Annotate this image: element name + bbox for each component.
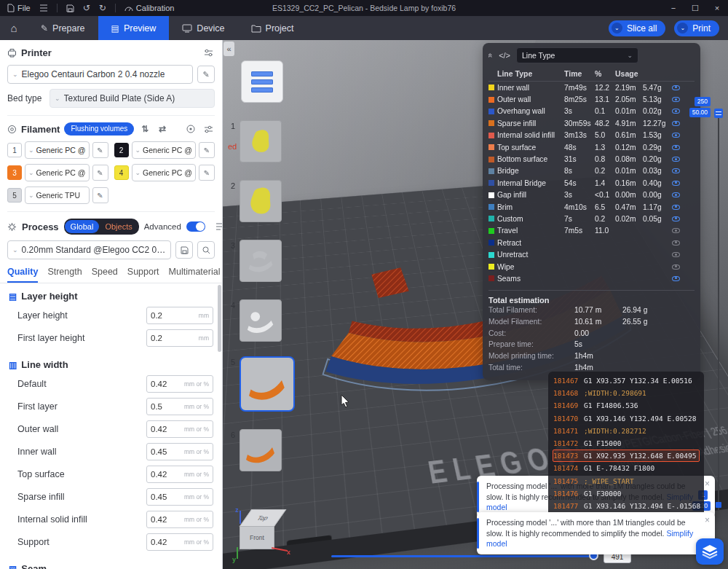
edit-filament-button[interactable]: ✎ [92,142,108,158]
edit-filament-button[interactable]: ✎ [199,142,215,158]
sync-filaments-icon[interactable]: ⇄ [156,122,169,136]
close-icon[interactable]: × [705,478,710,490]
layer-slider-handle[interactable] [714,109,723,118]
move-slider-track[interactable] [331,555,595,557]
visibility-eye-icon[interactable] [672,263,681,271]
visibility-eye-icon[interactable] [672,144,681,152]
file-menu[interactable]: File [7,4,31,12]
filament-preset-select[interactable]: ⌄Generic PC @El... [25,141,90,159]
plate-thumbnail[interactable] [240,240,282,282]
layers-fab-button[interactable] [696,538,724,565]
tab-speed[interactable]: Speed [92,267,118,283]
visibility-eye-icon[interactable] [672,119,681,127]
visibility-eye-icon[interactable] [672,179,681,187]
process-preset-select[interactable]: ⌄ 0.20mm Standard @Elegoo CC2 0.4 ... [7,240,171,259]
view-type-select[interactable]: Line Type ⌄ [516,47,638,63]
advanced-toggle[interactable] [186,221,205,232]
all-plates-button[interactable] [241,60,283,103]
minimize-button[interactable]: − [662,0,684,16]
visibility-eye-icon[interactable] [672,131,681,139]
add-filament-icon[interactable] [184,122,197,136]
plate-thumbnail[interactable] [240,120,282,162]
tab-project[interactable]: Project [238,16,307,40]
filament-preset-select[interactable]: ⌄Generic TPU [25,187,90,204]
visibility-eye-icon[interactable] [672,95,681,103]
support-width-input[interactable]: 0.42mm or % [146,533,213,551]
menu-list-icon[interactable] [39,4,48,12]
bed-type-select[interactable]: ⌄ Textured Build Plate (Side A) [50,89,215,108]
calibration-menu[interactable]: Calibration [124,4,175,12]
undo-icon[interactable]: ↺ [83,4,90,12]
tab-multimaterial[interactable]: Multimaterial [169,267,221,283]
filament-color-chip[interactable]: 5 [7,188,22,203]
filament-color-chip[interactable]: 2 [114,143,129,157]
tab-quality[interactable]: Quality [7,267,38,283]
layer-slider-lower-marker[interactable] [716,502,721,508]
redo-icon[interactable]: ↻ [99,4,106,12]
edit-printer-button[interactable]: ✎ [197,66,215,83]
edit-filament-button[interactable]: ✎ [92,187,108,203]
inner-wall-width-input[interactable]: 0.45mm or % [146,443,213,460]
internal-solid-width-input[interactable]: 0.42mm or % [146,511,213,528]
edit-filament-button[interactable]: ✎ [199,165,215,181]
collapse-panel-icon[interactable]: « [486,53,495,58]
tab-strength[interactable]: Strength [47,267,82,283]
plate-thumbnail[interactable] [240,356,295,412]
edit-filament-button[interactable]: ✎ [92,165,108,181]
first-layer-height-input[interactable]: 0.2mm [146,329,213,347]
scope-global-button[interactable]: Global [65,220,100,233]
default-width-input[interactable]: 0.42mm or % [146,375,213,393]
tab-preview[interactable]: ▤ Preview [98,16,170,40]
sidebar-scrollbar[interactable] [218,285,221,352]
visibility-eye-icon[interactable] [672,203,681,211]
search-settings-icon[interactable] [197,241,215,259]
filament-settings-icon[interactable] [202,122,215,136]
printer-settings-icon[interactable] [202,46,215,59]
visibility-eye-icon[interactable] [672,227,681,235]
plate-thumbnail[interactable] [240,180,282,222]
slice-all-button[interactable]: ⌄ Slice all [609,20,665,36]
slice-dropdown-icon[interactable]: ⌄ [612,23,622,34]
visibility-eye-icon[interactable] [672,84,681,92]
tab-support[interactable]: Support [127,267,159,283]
print-button[interactable]: ⌄ Print [674,20,719,36]
close-button[interactable]: × [706,0,728,16]
print-dropdown-icon[interactable]: ⌄ [677,23,688,34]
gizmo-front-face[interactable]: Front [240,526,274,549]
layer-height-input[interactable]: 0.2mm [146,307,213,324]
flushing-volumes-button[interactable]: Flushing volumes [64,122,134,136]
visibility-eye-icon[interactable] [672,191,681,199]
first-layer-width-input[interactable]: 0.5mm or % [146,398,213,415]
plate-thumbnail[interactable] [240,299,282,342]
top-surface-width-input[interactable]: 0.42mm or % [146,466,213,483]
filament-preset-select[interactable]: ⌄Generic PC @Ele... [132,164,197,181]
settings-list-icon[interactable] [215,220,223,233]
gcode-view-icon[interactable]: </> [499,51,510,60]
filament-color-chip[interactable]: 3 [7,165,22,180]
printer-preset-select[interactable]: ⌄ Elegoo Centauri Carbon 2 0.4 nozzle [7,65,193,84]
sort-filaments-icon[interactable]: ⇅ [138,122,151,136]
visibility-eye-icon[interactable] [672,167,681,175]
filament-preset-select[interactable]: ⌄Generic PC @El... [25,164,90,181]
visibility-eye-icon[interactable] [672,275,681,283]
save-preset-button[interactable] [175,241,193,259]
filament-color-chip[interactable]: 1 [7,143,22,157]
close-icon[interactable]: × [705,514,710,527]
tab-prepare[interactable]: ✎ Prepare [28,16,98,40]
plate-thumbnail[interactable] [240,429,282,471]
layer-slider-track[interactable] [718,113,719,510]
maximize-button[interactable]: ☐ [684,0,706,16]
visibility-eye-icon[interactable] [672,251,681,259]
sparse-infill-width-input[interactable]: 0.45mm or % [146,488,213,506]
3d-viewport[interactable]: ELEGOO PLA/TPU/ABS/PETG/Carbon-Fiber | 2… [222,40,728,569]
home-button[interactable]: ⌂ [0,16,28,40]
collapse-sidebar-icon[interactable]: « [223,42,234,56]
tab-device[interactable]: Device [169,16,237,40]
gizmo-top-face[interactable]: Top [240,509,287,527]
visibility-eye-icon[interactable] [672,155,681,163]
outer-wall-width-input[interactable]: 0.42mm or % [146,420,213,438]
visibility-eye-icon[interactable] [672,215,681,223]
visibility-eye-icon[interactable] [672,107,681,115]
save-icon[interactable] [66,4,74,12]
scope-objects-button[interactable]: Objects [99,220,138,233]
